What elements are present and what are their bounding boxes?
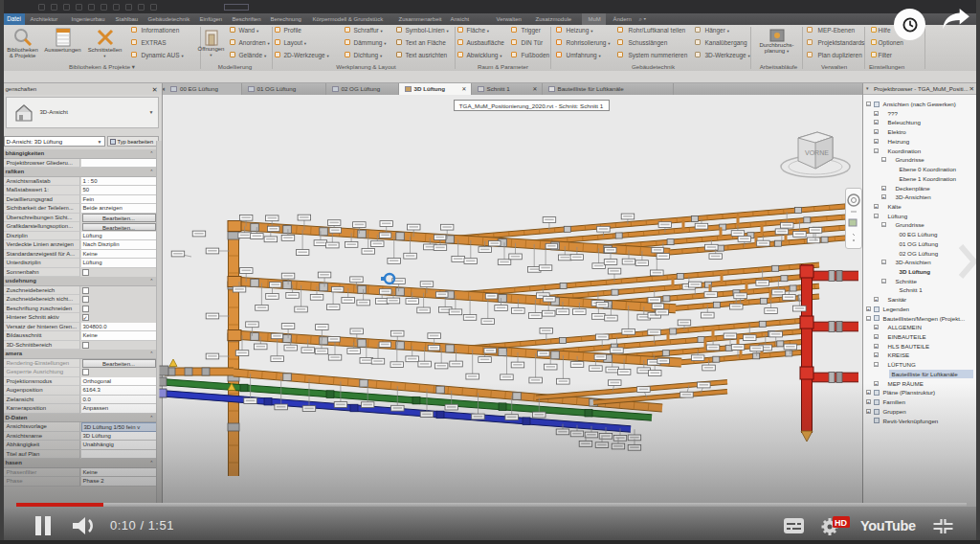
- svg-text:HD: HD: [835, 518, 847, 528]
- svg-text:VORNE: VORNE: [805, 149, 829, 156]
